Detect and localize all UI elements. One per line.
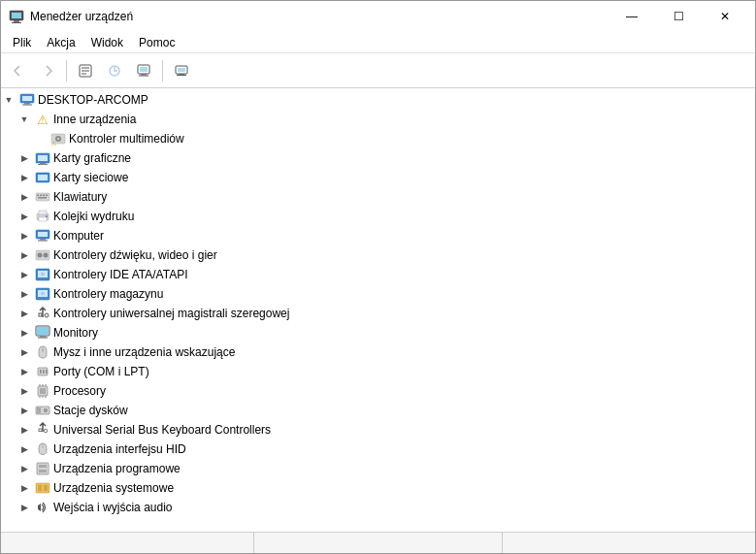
close-button[interactable]: ✕ xyxy=(703,1,747,32)
kontrolery-magazynu-label: Kontrolery magazynu xyxy=(53,287,747,301)
inne-toggle[interactable]: ▼ xyxy=(16,112,32,127)
svg-rect-36 xyxy=(38,197,47,199)
minimize-button[interactable]: — xyxy=(609,1,654,32)
kontroler-multimedia-label: Kontroler multimediów xyxy=(69,132,747,146)
toggle[interactable]: ▶ xyxy=(16,403,32,418)
menu-pomoc[interactable]: Pomoc xyxy=(131,34,182,51)
device-tree[interactable]: ▼ DESKTOP-ARCOMP ▼ ⚠ Inne urządzenia xyxy=(1,88,755,532)
kontrolery-dzwieku-label: Kontrolery dźwięku, wideo i gier xyxy=(53,248,747,262)
list-item[interactable]: ▶ Karty sieciowe xyxy=(1,168,755,187)
menu-akcja[interactable]: Akcja xyxy=(39,34,82,51)
svg-point-55 xyxy=(45,313,49,317)
list-item[interactable]: ▶ Urządzenia systemowe xyxy=(1,478,755,498)
usb-keyboard-icon xyxy=(35,422,50,438)
list-item[interactable]: ▼ ⚠ Inne urządzenia xyxy=(1,110,755,129)
toggle[interactable]: ▶ xyxy=(16,325,32,341)
list-item[interactable]: ▶ Klawiatury xyxy=(1,187,755,207)
svg-rect-14 xyxy=(178,68,185,72)
toggle[interactable]: ▶ xyxy=(16,286,32,302)
svg-rect-67 xyxy=(40,388,46,394)
toggle[interactable]: ▶ xyxy=(16,306,32,321)
kolejki-wydruku-label: Kolejki wydruku xyxy=(53,210,747,223)
toolbar xyxy=(1,53,755,88)
list-item[interactable]: ▶ Universal Serial Bus Keyboard Controll… xyxy=(1,420,755,440)
toggle[interactable]: ▶ xyxy=(16,461,32,476)
svg-rect-59 xyxy=(38,338,48,339)
storage-icon xyxy=(35,286,50,302)
monitory-label: Monitory xyxy=(53,326,747,340)
hid-label: Urządzenia interfejsu HID xyxy=(53,442,747,456)
svg-rect-18 xyxy=(22,96,32,101)
toggle[interactable]: ▶ xyxy=(16,500,32,515)
toggle[interactable]: ▶ xyxy=(16,170,32,185)
toggle[interactable]: ▶ xyxy=(16,247,32,263)
list-item[interactable]: ▶ Urządzenia interfejsu HID xyxy=(1,440,755,459)
maximize-button[interactable]: ☐ xyxy=(656,1,701,32)
properties-button[interactable] xyxy=(72,57,99,84)
toggle[interactable]: ▶ xyxy=(16,209,32,224)
computer-icon xyxy=(19,92,35,108)
display-button[interactable] xyxy=(168,57,195,84)
toggle[interactable]: ▶ xyxy=(16,344,32,360)
hid-icon xyxy=(35,441,50,457)
svg-rect-42 xyxy=(38,232,48,237)
list-item[interactable]: ▶ Monitory xyxy=(1,323,755,342)
toggle[interactable]: ▶ xyxy=(16,189,32,205)
window-controls: — ☐ ✕ xyxy=(609,1,747,32)
list-item[interactable]: ▶ Wejścia i wyjścia audio xyxy=(1,498,755,517)
audio-io-icon xyxy=(35,500,50,515)
list-item[interactable]: ▶ Kontrolery magazynu xyxy=(1,284,755,304)
toggle[interactable]: ▶ xyxy=(16,364,32,379)
list-item[interactable]: ▶ Kontrolery uniwersalnej magistrali sze… xyxy=(1,304,755,323)
stacje-dyskow-label: Stacje dysków xyxy=(53,404,747,417)
karty-graficzne-label: Karty graficzne xyxy=(53,151,747,165)
komputer-label: Komputer xyxy=(53,229,747,243)
forward-button[interactable] xyxy=(34,57,61,84)
svg-rect-81 xyxy=(37,463,49,474)
svg-rect-57 xyxy=(37,327,49,335)
update-driver-button[interactable] xyxy=(101,57,128,84)
svg-point-53 xyxy=(41,292,45,296)
list-item[interactable]: ▶ Procesory xyxy=(1,381,755,401)
svg-rect-43 xyxy=(40,239,46,241)
cpu-icon xyxy=(35,383,50,399)
tree-root[interactable]: ▼ DESKTOP-ARCOMP xyxy=(1,90,755,110)
toggle[interactable]: ▶ xyxy=(16,441,32,457)
list-item[interactable]: ▶ Kontrolery dźwięku, wideo i gier xyxy=(1,245,755,265)
klawiatury-label: Klawiatury xyxy=(53,190,747,204)
svg-rect-78 xyxy=(39,429,42,432)
toggle[interactable]: ▶ xyxy=(16,228,32,244)
list-item[interactable]: ▶ Urządzenia programowe xyxy=(1,459,755,478)
toggle[interactable]: ▶ xyxy=(16,480,32,496)
list-item[interactable]: ▶ Porty (COM i LPT) xyxy=(1,362,755,381)
warning-icon: ⚠ xyxy=(35,112,50,127)
list-item[interactable]: ▶ Mysz i inne urządzenia wskazujące xyxy=(1,342,755,362)
ports-icon xyxy=(35,364,50,379)
svg-rect-54 xyxy=(39,313,42,316)
monitor-icon xyxy=(35,325,50,341)
toggle[interactable]: ▶ xyxy=(16,267,32,282)
back-button[interactable] xyxy=(5,57,32,84)
toggle[interactable]: ▶ xyxy=(16,150,32,166)
root-toggle[interactable]: ▼ xyxy=(1,92,16,108)
list-item[interactable]: ▶ Komputer xyxy=(1,226,755,245)
list-item[interactable]: ▶ ⚠ Kontroler multimediów xyxy=(1,129,755,148)
toggle[interactable]: ▶ xyxy=(16,383,32,399)
list-item[interactable]: ▶ Stacje dysków xyxy=(1,401,755,420)
svg-rect-3 xyxy=(12,22,21,23)
toggle[interactable]: ▶ xyxy=(16,422,32,438)
list-item[interactable]: ▶ Kontrolery IDE ATA/ATAPI xyxy=(1,265,755,284)
list-item[interactable]: ▶ Karty graficzne xyxy=(1,148,755,168)
karty-sieciowe-label: Karty sieciowe xyxy=(53,171,747,184)
list-item[interactable]: ▶ Kolejki wydruku xyxy=(1,207,755,226)
device-manager-window: Menedżer urządzeń — ☐ ✕ Plik Akcja Widok… xyxy=(0,0,756,554)
menu-bar: Plik Akcja Widok Pomoc xyxy=(1,32,755,53)
menu-widok[interactable]: Widok xyxy=(83,34,131,51)
svg-point-77 xyxy=(45,409,47,411)
scan-hardware-button[interactable] xyxy=(130,57,157,84)
media-icon: ⚠ xyxy=(50,131,66,147)
svg-rect-86 xyxy=(44,485,48,491)
root-label: DESKTOP-ARCOMP xyxy=(38,93,747,107)
menu-plik[interactable]: Plik xyxy=(5,34,39,51)
status-panel-3 xyxy=(503,533,751,553)
